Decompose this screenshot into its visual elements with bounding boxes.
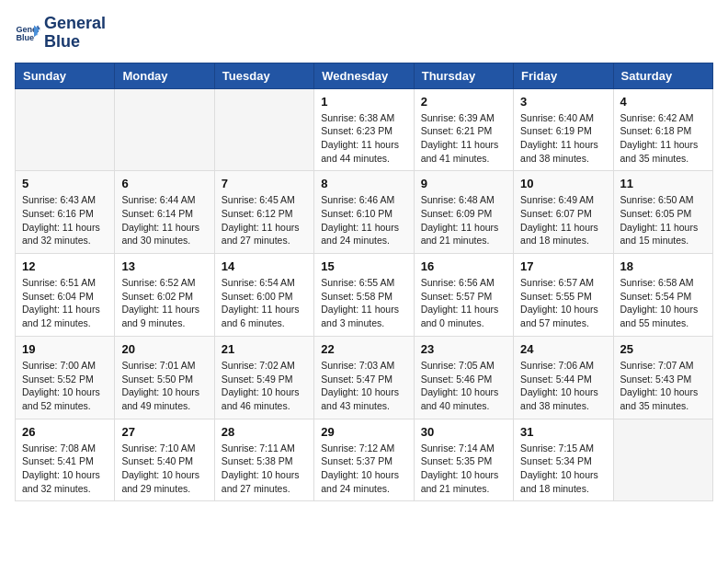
day-info: Sunrise: 6:42 AM Sunset: 6:18 PM Dayligh… — [620, 111, 706, 166]
svg-text:Blue: Blue — [16, 33, 34, 42]
weekday-header-sunday: Sunday — [16, 63, 115, 88]
day-number: 8 — [321, 177, 406, 190]
day-info: Sunrise: 7:05 AM Sunset: 5:46 PM Dayligh… — [421, 359, 506, 413]
calendar-cell: 24Sunrise: 7:06 AM Sunset: 5:44 PM Dayli… — [514, 336, 613, 419]
day-info: Sunrise: 7:07 AM Sunset: 5:43 PM Dayligh… — [620, 359, 706, 413]
calendar-cell: 17Sunrise: 6:57 AM Sunset: 5:55 PM Dayli… — [514, 254, 613, 337]
day-info: Sunrise: 7:11 AM Sunset: 5:38 PM Dayligh… — [222, 442, 307, 496]
logo-text: General Blue — [44, 15, 106, 52]
calendar-cell: 14Sunrise: 6:54 AM Sunset: 6:00 PM Dayli… — [214, 254, 313, 337]
day-info: Sunrise: 6:43 AM Sunset: 6:16 PM Dayligh… — [22, 193, 108, 247]
day-info: Sunrise: 6:45 AM Sunset: 6:12 PM Dayligh… — [222, 193, 307, 247]
calendar-cell: 8Sunrise: 6:46 AM Sunset: 6:10 PM Daylig… — [314, 171, 414, 254]
calendar-cell: 13Sunrise: 6:52 AM Sunset: 6:02 PM Dayli… — [115, 254, 214, 337]
calendar-cell: 16Sunrise: 6:56 AM Sunset: 5:57 PM Dayli… — [414, 254, 513, 337]
calendar-header-row: SundayMondayTuesdayWednesdayThursdayFrid… — [16, 63, 713, 88]
calendar-cell: 22Sunrise: 7:03 AM Sunset: 5:47 PM Dayli… — [314, 336, 414, 419]
day-number: 16 — [421, 259, 506, 273]
day-number: 1 — [321, 95, 406, 109]
calendar-cell: 1Sunrise: 6:38 AM Sunset: 6:23 PM Daylig… — [314, 88, 414, 171]
day-info: Sunrise: 7:15 AM Sunset: 5:34 PM Dayligh… — [520, 442, 606, 496]
day-number: 24 — [520, 342, 606, 356]
calendar-cell: 25Sunrise: 7:07 AM Sunset: 5:43 PM Dayli… — [613, 336, 712, 419]
calendar-cell: 3Sunrise: 6:40 AM Sunset: 6:19 PM Daylig… — [514, 88, 613, 171]
calendar-cell: 2Sunrise: 6:39 AM Sunset: 6:21 PM Daylig… — [414, 88, 513, 171]
day-number: 30 — [421, 425, 506, 439]
day-number: 7 — [222, 177, 307, 190]
calendar-cell: 23Sunrise: 7:05 AM Sunset: 5:46 PM Dayli… — [414, 336, 513, 419]
weekday-header-friday: Friday — [514, 63, 613, 88]
day-number: 29 — [321, 425, 406, 439]
calendar-cell — [214, 88, 313, 171]
day-info: Sunrise: 7:10 AM Sunset: 5:40 PM Dayligh… — [121, 442, 207, 496]
calendar-cell: 27Sunrise: 7:10 AM Sunset: 5:40 PM Dayli… — [115, 419, 214, 501]
calendar-cell: 4Sunrise: 6:42 AM Sunset: 6:18 PM Daylig… — [613, 88, 712, 171]
day-info: Sunrise: 6:39 AM Sunset: 6:21 PM Dayligh… — [421, 111, 506, 166]
calendar-cell: 9Sunrise: 6:48 AM Sunset: 6:09 PM Daylig… — [414, 171, 513, 254]
calendar-cell: 31Sunrise: 7:15 AM Sunset: 5:34 PM Dayli… — [514, 419, 613, 501]
day-info: Sunrise: 6:57 AM Sunset: 5:55 PM Dayligh… — [520, 276, 606, 330]
day-number: 21 — [222, 342, 307, 356]
day-number: 20 — [121, 342, 207, 356]
calendar-cell — [613, 419, 712, 501]
day-info: Sunrise: 7:06 AM Sunset: 5:44 PM Dayligh… — [520, 359, 606, 413]
day-number: 6 — [121, 177, 207, 190]
day-number: 27 — [121, 425, 207, 439]
calendar-week-2: 5Sunrise: 6:43 AM Sunset: 6:16 PM Daylig… — [16, 171, 713, 254]
day-number: 13 — [121, 259, 207, 273]
day-info: Sunrise: 6:50 AM Sunset: 6:05 PM Dayligh… — [620, 193, 706, 247]
weekday-header-saturday: Saturday — [613, 63, 712, 88]
day-number: 23 — [421, 342, 506, 356]
day-info: Sunrise: 7:12 AM Sunset: 5:37 PM Dayligh… — [321, 442, 406, 496]
day-number: 22 — [321, 342, 406, 356]
day-info: Sunrise: 7:03 AM Sunset: 5:47 PM Dayligh… — [321, 359, 406, 413]
calendar: SundayMondayTuesdayWednesdayThursdayFrid… — [15, 63, 713, 502]
calendar-cell: 12Sunrise: 6:51 AM Sunset: 6:04 PM Dayli… — [16, 254, 115, 337]
day-number: 4 — [620, 95, 706, 109]
calendar-cell: 5Sunrise: 6:43 AM Sunset: 6:16 PM Daylig… — [16, 171, 115, 254]
weekday-header-monday: Monday — [115, 63, 214, 88]
calendar-cell — [16, 88, 115, 171]
day-info: Sunrise: 6:44 AM Sunset: 6:14 PM Dayligh… — [121, 193, 207, 247]
calendar-cell: 7Sunrise: 6:45 AM Sunset: 6:12 PM Daylig… — [214, 171, 313, 254]
calendar-cell: 11Sunrise: 6:50 AM Sunset: 6:05 PM Dayli… — [613, 171, 712, 254]
logo: General Blue General Blue — [15, 15, 106, 52]
day-number: 19 — [22, 342, 108, 356]
day-info: Sunrise: 6:55 AM Sunset: 5:58 PM Dayligh… — [321, 276, 406, 330]
day-info: Sunrise: 7:08 AM Sunset: 5:41 PM Dayligh… — [22, 442, 108, 496]
day-number: 12 — [22, 259, 108, 273]
calendar-cell: 28Sunrise: 7:11 AM Sunset: 5:38 PM Dayli… — [214, 419, 313, 501]
calendar-cell: 30Sunrise: 7:14 AM Sunset: 5:35 PM Dayli… — [414, 419, 513, 501]
calendar-cell: 20Sunrise: 7:01 AM Sunset: 5:50 PM Dayli… — [115, 336, 214, 419]
day-number: 11 — [620, 177, 706, 190]
calendar-cell: 6Sunrise: 6:44 AM Sunset: 6:14 PM Daylig… — [115, 171, 214, 254]
day-info: Sunrise: 6:58 AM Sunset: 5:54 PM Dayligh… — [620, 276, 706, 330]
day-number: 17 — [520, 259, 606, 273]
calendar-cell: 19Sunrise: 7:00 AM Sunset: 5:52 PM Dayli… — [16, 336, 115, 419]
day-info: Sunrise: 6:48 AM Sunset: 6:09 PM Dayligh… — [421, 193, 506, 247]
page-header: General Blue General Blue — [15, 15, 713, 52]
weekday-header-thursday: Thursday — [414, 63, 513, 88]
calendar-week-3: 12Sunrise: 6:51 AM Sunset: 6:04 PM Dayli… — [16, 254, 713, 337]
day-number: 15 — [321, 259, 406, 273]
day-number: 3 — [520, 95, 606, 109]
calendar-cell: 21Sunrise: 7:02 AM Sunset: 5:49 PM Dayli… — [214, 336, 313, 419]
day-info: Sunrise: 7:00 AM Sunset: 5:52 PM Dayligh… — [22, 359, 108, 413]
calendar-cell: 29Sunrise: 7:12 AM Sunset: 5:37 PM Dayli… — [314, 419, 414, 501]
day-info: Sunrise: 6:51 AM Sunset: 6:04 PM Dayligh… — [22, 276, 108, 330]
calendar-week-4: 19Sunrise: 7:00 AM Sunset: 5:52 PM Dayli… — [16, 336, 713, 419]
day-number: 25 — [620, 342, 706, 356]
day-info: Sunrise: 6:46 AM Sunset: 6:10 PM Dayligh… — [321, 193, 406, 247]
day-info: Sunrise: 6:52 AM Sunset: 6:02 PM Dayligh… — [121, 276, 207, 330]
day-info: Sunrise: 6:54 AM Sunset: 6:00 PM Dayligh… — [222, 276, 307, 330]
weekday-header-wednesday: Wednesday — [314, 63, 414, 88]
day-info: Sunrise: 6:40 AM Sunset: 6:19 PM Dayligh… — [520, 111, 606, 166]
calendar-cell — [115, 88, 214, 171]
day-number: 28 — [222, 425, 307, 439]
calendar-cell: 15Sunrise: 6:55 AM Sunset: 5:58 PM Dayli… — [314, 254, 414, 337]
calendar-cell: 26Sunrise: 7:08 AM Sunset: 5:41 PM Dayli… — [16, 419, 115, 501]
day-number: 2 — [421, 95, 506, 109]
day-number: 9 — [421, 177, 506, 190]
day-info: Sunrise: 7:14 AM Sunset: 5:35 PM Dayligh… — [421, 442, 506, 496]
logo-icon: General Blue — [15, 20, 40, 46]
